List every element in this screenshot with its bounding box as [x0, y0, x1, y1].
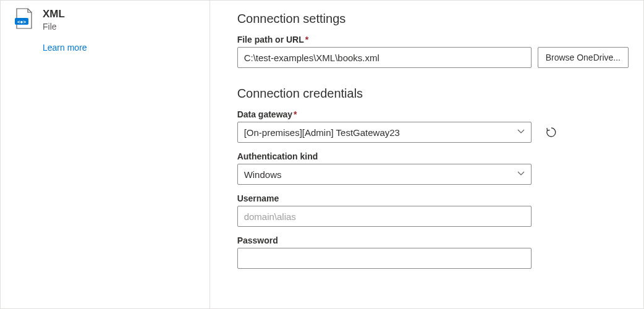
source-subtitle: File — [43, 22, 65, 32]
connection-credentials-heading: Connection credentials — [237, 87, 629, 101]
xml-file-icon: <●> — [13, 8, 34, 29]
authentication-kind-field: Authentication kind Windows — [237, 151, 629, 185]
file-path-field: File path or URL* Browse OneDrive... — [237, 35, 629, 68]
refresh-gateway-button[interactable] — [543, 124, 560, 141]
authentication-kind-select[interactable]: Windows — [237, 164, 532, 185]
username-input[interactable] — [237, 206, 532, 227]
password-input[interactable] — [237, 248, 532, 269]
file-path-label: File path or URL* — [237, 35, 629, 44]
username-label: Username — [237, 193, 629, 203]
source-header: <●> XML File — [13, 8, 200, 32]
svg-text:<●>: <●> — [17, 19, 27, 25]
required-indicator: * — [305, 35, 308, 44]
main-content: Connection settings File path or URL* Br… — [210, 1, 643, 308]
source-title: XML — [43, 8, 65, 20]
data-gateway-field: Data gateway* [On-premises][Admin] TestG… — [237, 109, 629, 143]
required-indicator: * — [294, 109, 297, 119]
password-label: Password — [237, 235, 629, 245]
authentication-kind-label: Authentication kind — [237, 151, 629, 161]
data-gateway-label: Data gateway* — [237, 109, 629, 119]
sidebar: <●> XML File Learn more — [1, 1, 210, 308]
browse-onedrive-button[interactable]: Browse OneDrive... — [538, 47, 629, 68]
refresh-icon — [545, 126, 557, 138]
username-field: Username — [237, 193, 629, 227]
connection-settings-heading: Connection settings — [237, 12, 629, 26]
data-gateway-select[interactable]: [On-premises][Admin] TestGateway23 — [237, 122, 532, 143]
password-field: Password — [237, 235, 629, 269]
learn-more-link[interactable]: Learn more — [43, 43, 200, 53]
file-path-input[interactable] — [237, 47, 532, 68]
